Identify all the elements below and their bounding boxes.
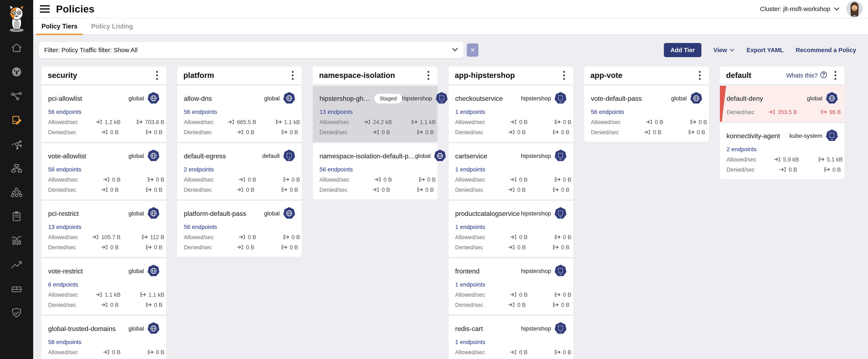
endpoints-link[interactable]: 1 endpoints (455, 281, 485, 288)
tier-menu-icon[interactable] (153, 70, 161, 81)
endpoints-link[interactable]: 56 endpoints (48, 166, 81, 173)
cluster-selector[interactable]: Cluster: jlt-msft-workshop (760, 5, 839, 12)
policy-card-vote-allowlist[interactable]: vote-allowlistglobal56 endpointsAllowed/… (41, 143, 166, 199)
tier-header-security: security (41, 66, 166, 84)
policy-card-global-trusted-domains[interactable]: global-trusted-domainsglobal56 endpoints… (41, 316, 166, 359)
policy-card-frontend[interactable]: frontendhipstershopns1 endpointsAllowed/… (448, 258, 573, 314)
calico-cat-logo[interactable] (4, 3, 29, 34)
policy-card-pci-restrict[interactable]: pci-restrictglobal13 endpointsAllowed/se… (41, 201, 166, 257)
outbound-value: 0 B (427, 176, 436, 183)
namespace-scope-badge-icon: ns (554, 92, 567, 105)
endpoints-link[interactable]: 1 endpoints (455, 224, 485, 230)
sidebar-item-logs[interactable] (10, 234, 23, 248)
tier-menu-icon[interactable] (560, 70, 568, 81)
inbound-value: 0 B (111, 302, 119, 308)
policies-icon (10, 114, 23, 127)
inbound-value: 0 B (519, 349, 528, 356)
sidebar-item-home[interactable] (10, 42, 23, 55)
endpoints-link[interactable]: 56 endpoints (319, 166, 353, 173)
tier-menu-icon[interactable] (288, 70, 297, 81)
sidebar-item-dashboard[interactable] (10, 66, 23, 79)
policy-card-platform-default-pass[interactable]: platform-default-passglobal56 endpointsA… (177, 201, 302, 257)
tier-menu-icon[interactable] (831, 70, 840, 81)
add-tier-button[interactable]: Add Tier (664, 43, 702, 57)
sidebar-item-endpoints[interactable] (10, 138, 23, 151)
compliance-reports-icon (10, 211, 23, 223)
endpoints-link[interactable]: 1 endpoints (455, 166, 485, 173)
policy-card-hipstershop-gh[interactable]: hipstershop-gh…Stagedhipstershopns13 end… (313, 86, 437, 142)
metric-row: Allowed/sec0 B0 B (184, 234, 296, 241)
policy-card-cartservice[interactable]: cartservicehipstershopns1 endpointsAllow… (448, 143, 573, 199)
policy-traffic-filter[interactable]: Filter: Policy Traffic filter: Show All (39, 42, 463, 58)
arrow-out-icon (554, 177, 561, 183)
endpoints-link[interactable]: 56 endpoints (48, 109, 81, 115)
endpoints-link[interactable]: 56 endpoints (591, 109, 624, 115)
endpoints-link[interactable]: 13 endpoints (319, 109, 353, 115)
outbound-value: 112 B (150, 234, 164, 241)
policy-card-namespace-isolation-default-p[interactable]: namespace-isolation-default-p…global56 e… (313, 143, 437, 199)
endpoints-link[interactable]: 1 endpoints (455, 339, 485, 346)
policy-card-allow-dns[interactable]: allow-dnsglobal56 endpointsAllowed/sec66… (177, 86, 302, 142)
whats-this-link[interactable]: Whats this? (786, 71, 827, 80)
export-yaml-button[interactable]: Export YAML (746, 47, 783, 54)
sidebar-item-trends[interactable] (10, 258, 23, 272)
policy-name: cartservice (455, 152, 487, 160)
policy-card-header: platform-default-passglobal (184, 207, 296, 220)
outbound-value: 0 B (561, 244, 570, 251)
policy-card-default-egress[interactable]: default-egressdefaultns2 endpointsAllowe… (177, 143, 302, 199)
tab-policy-listing[interactable]: Policy Listing (86, 18, 138, 34)
sidebar-item-shield-check[interactable] (10, 307, 23, 320)
policy-card-konnectivity-agent[interactable]: konnectivity-agentkube-systemns2 endpoin… (720, 123, 844, 179)
metric-row: Allowed/sec0 B0 B (455, 234, 567, 241)
policies-page: Policies Cluster: jlt-msft-workshop Poli… (0, 0, 868, 359)
arrow-out-icon (818, 157, 825, 163)
recommend-policy-button[interactable]: Recommend a Policy (796, 47, 856, 54)
tier-menu-icon[interactable] (424, 70, 433, 81)
endpoints-link[interactable]: 56 endpoints (48, 339, 81, 346)
policy-card-checkoutservice[interactable]: checkoutservicehipstershopns1 endpointsA… (448, 86, 573, 142)
arrow-in-icon (96, 292, 103, 298)
arrow-in-icon (510, 350, 517, 356)
sidebar-item-policies[interactable] (10, 114, 23, 127)
top-bar: Policies Cluster: jlt-msft-workshop (33, 0, 868, 18)
endpoints-link[interactable]: 13 endpoints (48, 224, 81, 230)
policy-name: vote-allowlist (48, 152, 86, 160)
inbound-value: 1.2 kB (105, 119, 121, 126)
tier-menu-icon[interactable] (695, 70, 704, 81)
outbound-value: 0 B (699, 119, 707, 126)
policy-scope-label: hipstershop (521, 325, 551, 332)
policy-card-pci-allowlist[interactable]: pci-allowlistglobal56 endpointsAllowed/s… (41, 86, 166, 142)
tier-header-default: defaultWhats this? (720, 66, 844, 84)
policy-card-default-deny[interactable]: default-denyglobalDenied/sec353.5 B96 B (720, 86, 844, 122)
sidebar-item-service-graph[interactable] (10, 90, 23, 103)
metric-label: Allowed/sec (184, 234, 214, 241)
metric-row: Allowed/sec665.5 B1.1 kB (184, 119, 296, 126)
outbound-value: 0 B (697, 129, 705, 136)
policy-card-vote-restrict[interactable]: vote-restrictglobal6 endpointsAllowed/se… (41, 258, 166, 314)
arrow-in-icon (508, 245, 515, 251)
policy-card-header: pci-restrictglobal (48, 207, 160, 220)
clear-filter-button[interactable]: ✕ (467, 44, 478, 57)
endpoints-link[interactable]: 56 endpoints (184, 109, 217, 115)
endpoints-link[interactable]: 2 endpoints (726, 146, 756, 153)
endpoints-link[interactable]: 6 endpoints (48, 281, 78, 288)
view-button[interactable]: View (713, 47, 735, 54)
sidebar-item-archive[interactable] (10, 282, 23, 296)
policy-card-vote-default-pass[interactable]: vote-default-passglobal56 endpointsAllow… (584, 86, 709, 142)
policy-card-productcatalogservice[interactable]: productcatalogservicehipstershopns1 endp… (448, 201, 573, 257)
metric-label: Denied/sec (591, 129, 619, 136)
sidebar-item-compliance-reports[interactable] (10, 210, 23, 224)
arrow-in-icon (239, 177, 246, 183)
endpoints-link[interactable]: 56 endpoints (184, 224, 217, 230)
sidebar-item-topology[interactable] (10, 162, 23, 175)
tab-policy-tiers[interactable]: Policy Tiers (36, 18, 83, 34)
menu-icon[interactable] (40, 5, 50, 13)
inbound-value: 0 B (112, 176, 121, 183)
endpoints-link[interactable]: 1 endpoints (455, 109, 485, 115)
metric-label: Allowed/sec (48, 234, 78, 241)
sidebar-item-clusters[interactable] (10, 186, 23, 199)
endpoints-link[interactable]: 2 endpoints (184, 166, 214, 173)
policy-card-redis-cart[interactable]: redis-carthipstershopns1 endpointsAllowe… (448, 316, 573, 359)
inbound-value: 0 B (111, 244, 119, 251)
user-avatar[interactable] (846, 1, 863, 17)
